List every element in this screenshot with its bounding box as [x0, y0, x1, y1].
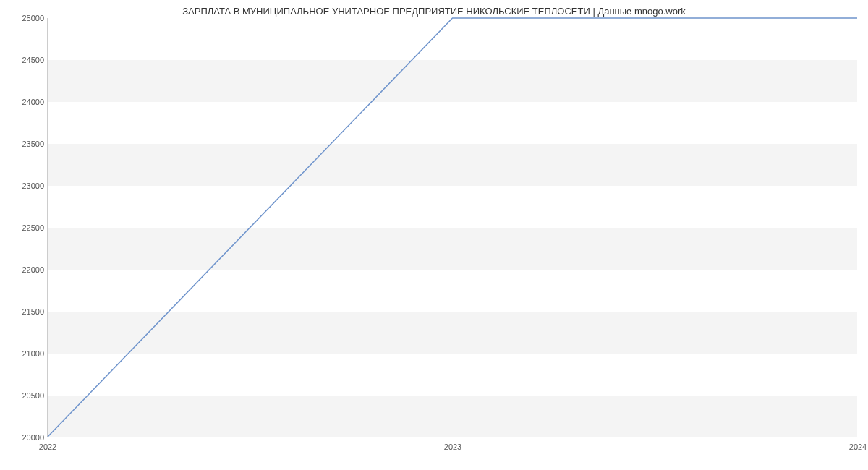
line-series: [48, 18, 857, 437]
y-tick-label: 24000: [12, 98, 44, 106]
y-tick-label: 23500: [12, 140, 44, 148]
y-tick-label: 23000: [12, 181, 44, 190]
x-tick-label: 2022: [39, 443, 56, 451]
y-tick-label: 22000: [12, 265, 44, 274]
x-tick-label: 2024: [849, 443, 867, 451]
chart-container: 2000020500210002150022000225002300023500…: [0, 18, 868, 459]
y-tick-label: 24500: [12, 56, 44, 64]
x-tick-label: 2023: [444, 443, 461, 451]
y-tick-label: 22500: [12, 223, 44, 232]
y-tick-label: 25000: [12, 14, 44, 22]
y-tick-label: 20500: [12, 391, 44, 400]
plot-area: 2000020500210002150022000225002300023500…: [47, 18, 857, 437]
chart-title: ЗАРПЛАТА В МУНИЦИПАЛЬНОЕ УНИТАРНОЕ ПРЕДП…: [0, 0, 868, 17]
y-tick-label: 20000: [12, 433, 44, 442]
y-tick-label: 21000: [12, 349, 44, 358]
y-tick-label: 21500: [12, 307, 44, 316]
